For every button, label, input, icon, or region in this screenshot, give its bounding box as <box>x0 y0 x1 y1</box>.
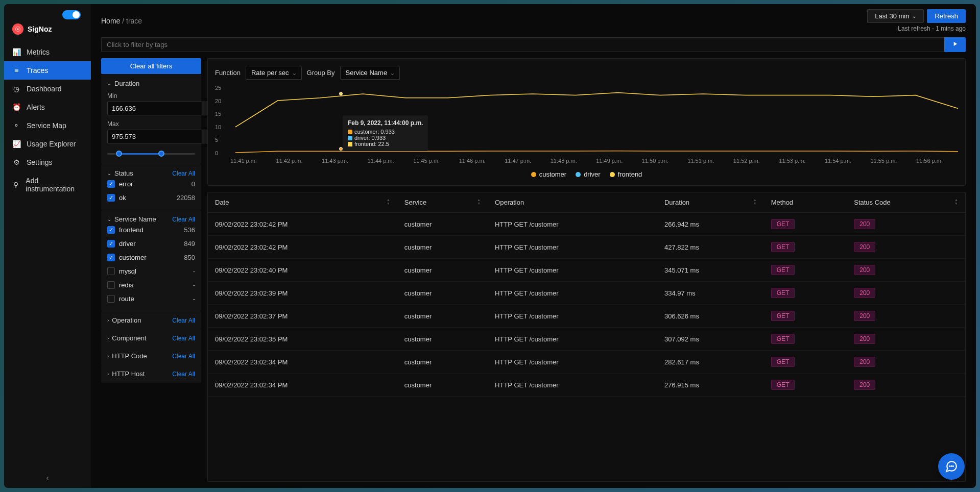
status-badge: 200 <box>854 219 875 229</box>
filter-section-collapsed: ›HTTP CodeClear All <box>101 347 201 365</box>
col-status[interactable]: Status Code▲▼ <box>847 192 965 213</box>
nav-service-map[interactable]: ⚬ Service Map <box>4 116 91 135</box>
clear-link[interactable]: Clear All <box>172 353 195 360</box>
chevron-down-icon: ⌄ <box>107 216 111 222</box>
service-item[interactable]: route- <box>107 292 195 306</box>
filter-status-header[interactable]: ⌄ Status Clear All <box>107 169 195 177</box>
checkbox[interactable] <box>107 194 115 202</box>
cell-service: customer <box>397 328 488 351</box>
filter-header[interactable]: ›HTTP CodeClear All <box>107 352 195 360</box>
method-badge: GET <box>771 219 795 229</box>
table-row[interactable]: 09/02/2022 23:02:39 PM customer HTTP GET… <box>208 282 965 305</box>
theme-toggle[interactable] <box>62 10 81 19</box>
filter-header[interactable]: ›ComponentClear All <box>107 334 195 342</box>
table-row[interactable]: 09/02/2022 23:02:40 PM customer HTTP GET… <box>208 259 965 282</box>
table-row[interactable]: 09/02/2022 23:02:34 PM customer HTTP GET… <box>208 374 965 397</box>
filter-title: Component <box>112 334 146 342</box>
cell-operation: HTTP GET /customer <box>488 305 657 328</box>
legend-label: customer <box>539 170 566 178</box>
legend-item[interactable]: driver <box>576 170 601 178</box>
clear-service-link[interactable]: Clear All <box>172 216 195 223</box>
method-badge: GET <box>771 265 795 275</box>
checkbox[interactable] <box>107 267 115 275</box>
checkbox[interactable] <box>107 295 115 303</box>
legend-swatch <box>531 172 536 177</box>
duration-max-input[interactable] <box>107 130 202 143</box>
status-badge: 200 <box>854 265 875 275</box>
filter-header[interactable]: ›HTTP HostClear All <box>107 370 195 378</box>
clear-status-link[interactable]: Clear All <box>172 170 195 177</box>
legend-item[interactable]: frontend <box>610 170 642 178</box>
col-service[interactable]: Service▲▼ <box>397 192 488 213</box>
item-label: mysql <box>119 267 136 275</box>
filter-bar <box>91 34 976 58</box>
item-label: frontend <box>119 226 144 234</box>
cell-date: 09/02/2022 23:02:37 PM <box>208 305 397 328</box>
run-filter-button[interactable] <box>944 37 966 52</box>
status-badge: 200 <box>854 288 875 298</box>
clear-link[interactable]: Clear All <box>172 335 195 342</box>
cell-service: customer <box>397 305 488 328</box>
checkbox[interactable] <box>107 240 115 248</box>
filter-header[interactable]: ›OperationClear All <box>107 316 195 324</box>
clear-link[interactable]: Clear All <box>172 371 195 378</box>
col-operation[interactable]: Operation <box>488 192 657 213</box>
groupby-select[interactable]: Service Name <box>340 66 400 80</box>
nav-alerts[interactable]: ⏰ Alerts <box>4 98 91 116</box>
chart-area[interactable]: Feb 9, 2022, 11:44:00 p.m. customer: 0.9… <box>215 85 958 166</box>
svg-point-2 <box>951 466 951 466</box>
status-badge: 200 <box>854 380 875 390</box>
col-method[interactable]: Method <box>764 192 847 213</box>
cell-status: 200 <box>847 259 965 282</box>
filter-duration-header[interactable]: ⌄ Duration <box>107 80 195 87</box>
col-duration[interactable]: Duration▲▼ <box>657 192 764 213</box>
cell-date: 09/02/2022 23:02:34 PM <box>208 351 397 374</box>
legend-item[interactable]: customer <box>531 170 566 178</box>
checkbox[interactable] <box>107 254 115 261</box>
cell-status: 200 <box>847 351 965 374</box>
checkbox[interactable] <box>107 281 115 289</box>
chat-fab[interactable] <box>938 453 965 480</box>
status-item[interactable]: error0 <box>107 177 195 191</box>
nav-label: Add instrumentation <box>26 177 83 193</box>
nav-add-instrumentation[interactable]: ⚲ Add instrumentation <box>4 171 91 198</box>
status-item[interactable]: ok22058 <box>107 191 195 205</box>
service-item[interactable]: redis- <box>107 278 195 292</box>
clear-link[interactable]: Clear All <box>172 317 195 324</box>
service-item[interactable]: frontend536 <box>107 223 195 237</box>
filter-service-header[interactable]: ⌄ Service Name Clear All <box>107 215 195 223</box>
nav-traces[interactable]: ≡ Traces <box>4 61 91 80</box>
nav-metrics[interactable]: 📊 Metrics <box>4 43 91 61</box>
cell-operation: HTTP GET /customer <box>488 259 657 282</box>
table-row[interactable]: 09/02/2022 23:02:34 PM customer HTTP GET… <box>208 351 965 374</box>
cell-status: 200 <box>847 305 965 328</box>
col-date[interactable]: Date▲▼ <box>208 192 397 213</box>
tag-filter-input[interactable] <box>101 37 944 52</box>
function-select[interactable]: Rate per sec <box>246 66 302 80</box>
sidebar-collapse-button[interactable]: ‹ <box>46 474 49 482</box>
cell-method: GET <box>764 236 847 259</box>
checkbox[interactable] <box>107 180 115 188</box>
table-row[interactable]: 09/02/2022 23:02:37 PM customer HTTP GET… <box>208 305 965 328</box>
main: Home / trace Last 30 min ⌄ Refresh Last … <box>91 4 976 488</box>
nav-dashboard[interactable]: ◷ Dashboard <box>4 80 91 98</box>
service-item[interactable]: customer850 <box>107 251 195 264</box>
duration-slider[interactable] <box>107 149 195 159</box>
checkbox[interactable] <box>107 226 115 234</box>
refresh-button[interactable]: Refresh <box>927 9 966 23</box>
function-label: Function <box>215 69 241 77</box>
table-row[interactable]: 09/02/2022 23:02:35 PM customer HTTP GET… <box>208 328 965 351</box>
breadcrumb-home[interactable]: Home <box>101 17 120 25</box>
cell-method: GET <box>764 282 847 305</box>
nav-usage-explorer[interactable]: 📈 Usage Explorer <box>4 135 91 153</box>
filter-duration: ⌄ Duration Min ms Max ms <box>101 75 201 164</box>
chart-marker <box>339 147 343 151</box>
clear-all-filters-button[interactable]: Clear all filters <box>101 58 201 74</box>
service-item[interactable]: driver849 <box>107 237 195 251</box>
service-item[interactable]: mysql- <box>107 264 195 278</box>
nav-settings[interactable]: ⚙ Settings <box>4 153 91 171</box>
table-row[interactable]: 09/02/2022 23:02:42 PM customer HTTP GET… <box>208 236 965 259</box>
timerange-select[interactable]: Last 30 min ⌄ <box>867 9 924 23</box>
table-row[interactable]: 09/02/2022 23:02:42 PM customer HTTP GET… <box>208 213 965 236</box>
duration-min-input[interactable] <box>107 102 202 115</box>
